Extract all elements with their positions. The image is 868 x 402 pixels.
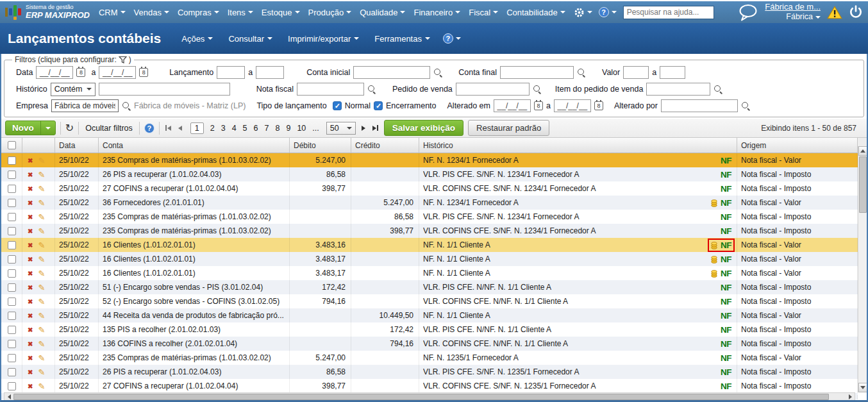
nf-badge[interactable]: NF [721, 240, 731, 250]
conta-inicial-input[interactable] [353, 66, 430, 79]
calendar-icon[interactable] [139, 68, 148, 77]
table-row[interactable]: ✖ ✎ 25/10/22 235 Compras de matérias-pri… [1, 224, 858, 238]
nf-badge[interactable]: NF [721, 339, 731, 349]
topbar-menu-item[interactable]: Vendas [134, 8, 169, 17]
topbar-menu-item[interactable]: Itens [228, 8, 253, 17]
topbar-menu-item[interactable]: CRM [99, 8, 126, 17]
delete-icon[interactable]: ✖ [28, 228, 33, 235]
select-all-checkbox[interactable] [8, 141, 16, 149]
vertical-scroll-thumb[interactable] [859, 156, 867, 213]
row-checkbox[interactable] [8, 297, 16, 306]
date-from-input[interactable] [36, 66, 73, 79]
row-checkbox[interactable] [8, 156, 16, 165]
page-help-menu[interactable] [442, 33, 461, 44]
nf-badge[interactable]: NF [721, 184, 731, 194]
row-checkbox[interactable] [8, 312, 16, 320]
delete-icon[interactable]: ✖ [28, 270, 33, 277]
edit-icon[interactable]: ✎ [38, 198, 45, 208]
row-checkbox[interactable] [8, 255, 16, 264]
row-checkbox[interactable] [8, 326, 16, 334]
table-row[interactable]: ✖ ✎ 25/10/22 135 PIS a recolher (2.01.02… [1, 322, 858, 337]
calendar-icon[interactable] [76, 68, 85, 77]
delete-icon[interactable]: ✖ [28, 171, 33, 178]
column-header-origem[interactable]: Origem [737, 138, 858, 153]
horizontal-scroll-thumb[interactable] [13, 394, 829, 400]
help-icon[interactable] [144, 123, 154, 133]
table-row[interactable]: ✖ ✎ 25/10/22 27 COFINS a recuperar (1.01… [1, 181, 858, 196]
encerramento-checkbox[interactable] [374, 101, 383, 110]
row-checkbox[interactable] [8, 199, 16, 207]
lancamento-from-input[interactable] [217, 66, 245, 79]
restaurar-padrao-button[interactable]: Restaurar padrão [468, 120, 549, 136]
salvar-exibicao-button[interactable]: Salvar exibição [384, 120, 463, 136]
topbar-menu-item[interactable]: Fiscal [469, 8, 498, 17]
table-row[interactable]: ✖ ✎ 25/10/22 16 Clientes (1.01.02.01.01)… [1, 238, 858, 252]
delete-icon[interactable]: ✖ [28, 185, 33, 192]
row-checkbox[interactable] [8, 227, 16, 235]
search-icon[interactable] [741, 101, 750, 110]
page-menu-item[interactable]: Ferramentas [374, 34, 430, 44]
column-header-credito[interactable]: Crédito [351, 138, 419, 153]
nf-badge[interactable]: NF [721, 283, 731, 292]
chat-bubble-icon[interactable] [738, 4, 758, 21]
delete-icon[interactable]: ✖ [28, 214, 33, 221]
column-header-historico[interactable]: Histórico [419, 138, 737, 153]
lancamento-to-input[interactable] [256, 66, 284, 79]
delete-icon[interactable]: ✖ [28, 298, 33, 305]
table-row[interactable]: ✖ ✎ 25/10/22 52 (-) Encargo sobre vendas… [1, 294, 858, 308]
nf-badge[interactable]: NF [721, 226, 731, 236]
edit-icon[interactable]: ✎ [38, 156, 45, 165]
column-header-data[interactable]: Data [55, 138, 99, 153]
horizontal-scrollbar[interactable] [4, 392, 855, 401]
delete-icon[interactable]: ✖ [28, 242, 33, 249]
row-checkbox[interactable] [8, 213, 16, 221]
topbar-menu-item[interactable]: Contabilidade [506, 8, 565, 17]
nota-fiscal-input[interactable] [297, 83, 364, 96]
help-menu[interactable] [599, 7, 617, 17]
valor-from-input[interactable] [623, 66, 649, 79]
filters-legend[interactable]: Filtros (clique para configurar: ) [12, 55, 134, 64]
company-selector[interactable]: Fábrica [765, 12, 821, 22]
scroll-left-button[interactable] [4, 393, 13, 401]
coins-icon[interactable] [711, 241, 719, 249]
topbar-menu-item[interactable]: Compras [178, 8, 219, 17]
delete-icon[interactable]: ✖ [28, 199, 33, 206]
edit-icon[interactable]: ✎ [38, 255, 45, 264]
column-header-conta[interactable]: Conta [99, 138, 290, 153]
coins-icon[interactable] [711, 199, 719, 207]
next-page-button[interactable] [360, 126, 367, 131]
search-icon[interactable] [577, 68, 586, 77]
row-checkbox[interactable] [8, 171, 16, 179]
nf-badge[interactable]: NF [721, 269, 731, 278]
column-header-debito[interactable]: Débito [290, 138, 351, 153]
edit-icon[interactable]: ✎ [38, 240, 45, 250]
scroll-up-button[interactable] [858, 146, 867, 156]
table-row[interactable]: ✖ ✎ 25/10/22 136 COFINS a recolher (2.01… [1, 337, 858, 351]
delete-icon[interactable]: ✖ [28, 369, 33, 376]
edit-icon[interactable]: ✎ [38, 297, 45, 306]
topbar-menu-item[interactable]: Estoque [262, 8, 300, 17]
app-logo[interactable]: Sistema de gestão ERP MAXIPROD [5, 3, 90, 21]
page-number[interactable]: 5 [243, 124, 247, 133]
edit-icon[interactable]: ✎ [38, 269, 45, 278]
nf-badge[interactable]: NF [721, 198, 731, 208]
row-checkbox[interactable] [8, 354, 16, 362]
conta-final-input[interactable] [500, 66, 574, 79]
prev-page-button[interactable] [177, 126, 183, 131]
table-row[interactable]: ✖ ✎ 25/10/22 235 Compras de matérias-pri… [1, 351, 858, 365]
warning-icon[interactable] [827, 6, 842, 19]
page-number[interactable]: 4 [232, 124, 237, 133]
edit-icon[interactable]: ✎ [38, 353, 45, 363]
page-number[interactable]: 1 [190, 122, 204, 134]
empresa-input[interactable] [51, 99, 119, 112]
nf-badge[interactable]: NF [721, 367, 731, 377]
table-row[interactable]: ✖ ✎ 25/10/22 26 PIS a recuperar (1.01.02… [1, 167, 858, 181]
last-page-button[interactable] [371, 125, 380, 131]
scroll-down-button[interactable] [858, 383, 867, 392]
search-icon[interactable] [433, 68, 442, 77]
power-icon[interactable] [849, 5, 863, 19]
edit-icon[interactable]: ✎ [38, 311, 45, 321]
table-row[interactable]: ✖ ✎ 25/10/22 16 Clientes (1.01.02.01.01)… [1, 252, 858, 266]
table-row[interactable]: ✖ ✎ 25/10/22 51 (-) Encargo sobre vendas… [1, 280, 858, 294]
table-row[interactable]: ✖ ✎ 25/10/22 235 Compras de matérias-pri… [1, 153, 858, 167]
